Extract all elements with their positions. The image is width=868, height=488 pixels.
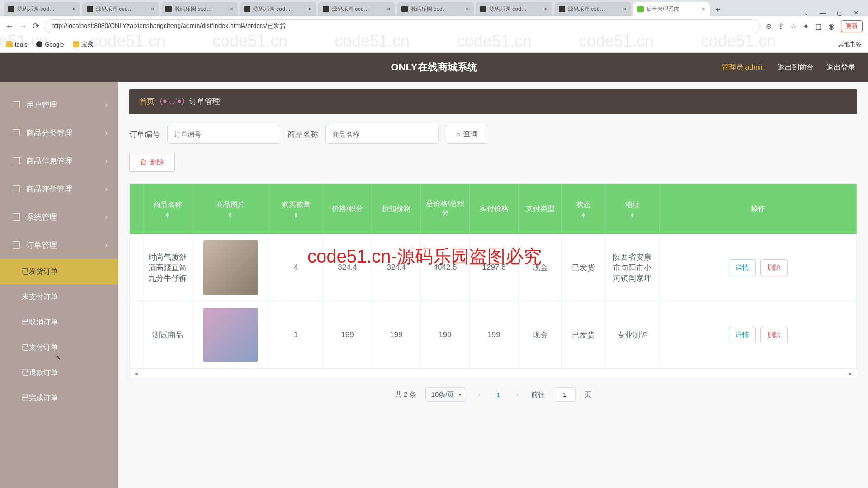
sidebar-sub-cancelled[interactable]: 已取消订单 <box>0 310 118 335</box>
forward-icon[interactable]: → <box>19 22 27 31</box>
close-icon[interactable]: × <box>387 5 391 13</box>
browser-tab[interactable]: 源码乐园 cod…× <box>318 2 395 16</box>
product-name-label: 商品名称 <box>288 129 318 140</box>
table-scrollbar[interactable]: ◄ ► <box>130 368 857 379</box>
browser-tab[interactable]: 源码乐园 cod…× <box>476 2 552 16</box>
tab-title: 源码乐园 cod… <box>253 5 306 13</box>
sidebar-sub-refunded[interactable]: 已退款订单 <box>0 360 118 385</box>
detail-button[interactable]: 详情 <box>729 259 756 276</box>
chevron-down-icon[interactable]: ⌄ <box>803 9 809 16</box>
breadcrumb: 首页 (●'◡'●) 订单管理 <box>129 89 857 114</box>
th-total[interactable]: 总价格/总积分 <box>421 184 470 234</box>
maximize-icon[interactable]: ▢ <box>837 9 843 16</box>
admin-link[interactable]: 管理员 admin <box>722 63 765 72</box>
sidebar-item-reviews[interactable]: 商品评价管理 <box>0 175 118 203</box>
th-qty[interactable]: 购买数量▲▼ <box>269 184 323 234</box>
new-tab-button[interactable]: + <box>712 4 724 16</box>
key-icon[interactable]: ⊖ <box>766 22 772 31</box>
detail-button[interactable]: 详情 <box>729 327 756 343</box>
other-bookmarks[interactable]: 其他书签 <box>836 40 862 48</box>
sidebar-sub-shipped[interactable]: 已发货订单 <box>0 259 118 284</box>
th-status[interactable]: 状态▲▼ <box>562 184 605 234</box>
search-button[interactable]: ⌕查询 <box>446 125 488 144</box>
trash-icon: 🗑 <box>140 158 147 166</box>
extensions-icon[interactable]: ✦ <box>803 22 809 31</box>
product-name-input[interactable] <box>326 125 439 144</box>
close-window-icon[interactable]: ✕ <box>854 9 859 16</box>
star-icon[interactable]: ☆ <box>790 22 797 31</box>
sidebar-sub-completed[interactable]: 已完成订单 <box>0 385 118 411</box>
delete-row-button[interactable]: 删除 <box>760 259 788 276</box>
close-icon[interactable]: × <box>308 5 312 13</box>
minimize-icon[interactable]: — <box>820 9 826 16</box>
delete-row-button[interactable]: 删除 <box>760 327 788 343</box>
page-number[interactable]: 1 <box>493 391 504 399</box>
browser-tab[interactable]: 源码乐园 cod…× <box>82 2 159 16</box>
url-input[interactable]: http://localhost:8080/ONLYzaixianshangch… <box>45 19 760 33</box>
reload-icon[interactable]: ⟳ <box>33 21 39 31</box>
profile-icon[interactable]: ◉ <box>828 22 835 31</box>
scroll-left-icon[interactable]: ◄ <box>133 371 139 377</box>
bookmark-bar: tools Google 宝藏 其他书签 <box>0 36 868 52</box>
th-actual[interactable]: 实付价格 <box>470 184 519 234</box>
page-size-select[interactable]: 10条/页 <box>425 387 466 402</box>
order-no-input[interactable] <box>167 125 280 144</box>
sidebar-item-products[interactable]: 商品信息管理 <box>0 147 118 175</box>
sidebar-item-label: 已发货订单 <box>22 267 58 277</box>
sidebar-item-orders[interactable]: 订单管理 <box>0 231 118 259</box>
main-content: 首页 (●'◡'●) 订单管理 订单编号 商品名称 ⌕查询 🗑删除 商品名称▲▼… <box>118 82 868 488</box>
browser-tab[interactable]: 源码乐园 cod…× <box>554 2 631 16</box>
next-page-icon[interactable]: › <box>513 391 522 398</box>
share-icon[interactable]: ⇪ <box>778 22 784 31</box>
browser-tab[interactable]: 源码乐园 cod…× <box>397 2 474 16</box>
th-price[interactable]: 价格/积分 <box>323 184 372 234</box>
sidebar-item-label: 已退款订单 <box>22 368 58 378</box>
bookmark-google[interactable]: Google <box>36 41 64 48</box>
prev-page-icon[interactable]: ‹ <box>474 391 484 398</box>
th-name[interactable]: 商品名称▲▼ <box>143 184 192 234</box>
logout-link[interactable]: 退出登录 <box>826 63 855 72</box>
cell-discount: 324.4 <box>372 234 421 301</box>
sidebar-item-system[interactable]: 系统管理 <box>0 203 118 231</box>
th-discount[interactable]: 折扣价格 <box>372 184 421 234</box>
close-icon[interactable]: × <box>544 5 548 13</box>
sidebar-sub-unpaid[interactable]: 未支付订单 <box>0 284 118 310</box>
browser-tab-active[interactable]: 后台管理系统× <box>633 2 710 16</box>
back-icon[interactable]: ← <box>5 22 14 31</box>
th-img[interactable]: 商品图片▲▼ <box>192 184 269 234</box>
order-no-label: 订单编号 <box>129 129 160 140</box>
row-checkbox[interactable] <box>130 234 143 301</box>
close-icon[interactable]: × <box>72 5 76 13</box>
browser-tab[interactable]: 源码乐园 cod…× <box>161 2 238 16</box>
bulk-delete-button[interactable]: 🗑删除 <box>129 153 175 172</box>
bookmark-baozang[interactable]: 宝藏 <box>73 40 93 48</box>
th-addr[interactable]: 地址▲▼ <box>605 184 660 234</box>
close-icon[interactable]: × <box>230 5 233 13</box>
tab-title: 源码乐园 cod… <box>568 5 620 13</box>
favicon-icon <box>165 6 172 12</box>
sidebar-item-categories[interactable]: 商品分类管理 <box>0 119 118 147</box>
table-row: 时尚气质舒适高腰直筒九分牛仔裤 4 324.4 324.4 4042.6 129… <box>130 234 857 301</box>
close-icon[interactable]: × <box>466 5 469 13</box>
browser-tab[interactable]: 源码乐园 cod…× <box>4 2 80 16</box>
orders-table: 商品名称▲▼ 商品图片▲▼ 购买数量▲▼ 价格/积分 折扣价格 总价格/总积分 … <box>129 183 857 379</box>
breadcrumb-home[interactable]: 首页 <box>139 96 155 107</box>
close-icon[interactable]: × <box>623 5 627 13</box>
close-icon[interactable]: × <box>702 5 705 13</box>
favicon-icon <box>87 6 93 12</box>
goto-input[interactable] <box>554 387 576 402</box>
front-link[interactable]: 退出到前台 <box>778 63 814 72</box>
browser-tab[interactable]: 源码乐园 cod…× <box>240 2 316 16</box>
sidebar-item-users[interactable]: 用户管理 <box>0 91 118 119</box>
th-checkbox[interactable] <box>130 184 143 234</box>
tab-title: 源码乐园 cod… <box>410 5 463 13</box>
sidebar-item-label: 订单管理 <box>26 240 57 250</box>
close-icon[interactable]: × <box>151 5 155 13</box>
bookmark-tools[interactable]: tools <box>6 41 27 48</box>
panel-icon[interactable]: ▥ <box>815 22 822 31</box>
row-checkbox[interactable] <box>130 301 143 368</box>
sidebar-sub-paid[interactable]: 已支付订单 <box>0 335 118 360</box>
th-paytype[interactable]: 支付类型 <box>519 184 562 234</box>
scroll-right-icon[interactable]: ► <box>848 371 853 377</box>
update-button[interactable]: 更新 <box>841 20 863 32</box>
